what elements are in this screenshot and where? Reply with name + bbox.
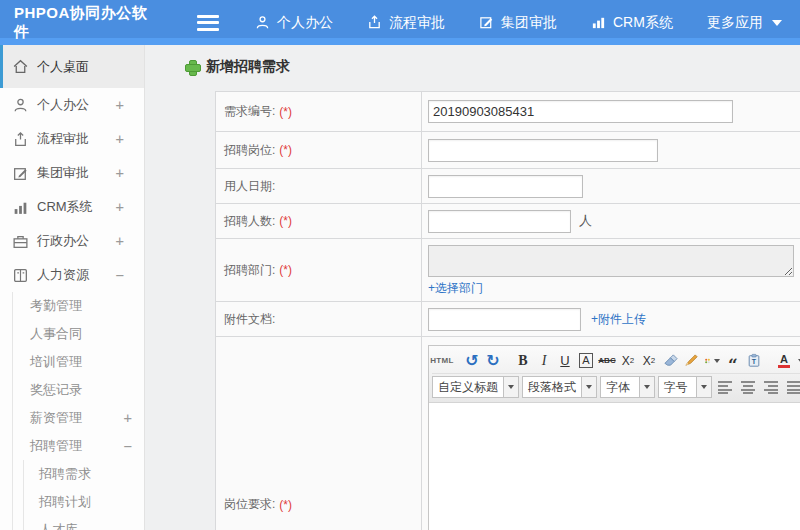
home-icon xyxy=(12,58,29,75)
sidebar: 个人桌面 个人办公 + 流程审批 + 集团审批 + CRM系统 + 行政办公 + xyxy=(0,45,145,530)
font-color-button[interactable]: A xyxy=(774,350,794,371)
user-icon xyxy=(12,97,29,114)
paste-text-icon[interactable]: T xyxy=(744,350,764,371)
briefcase-icon xyxy=(12,233,29,250)
sidebar-item-rewards[interactable]: 奖惩记录 xyxy=(13,376,144,404)
user-icon xyxy=(255,15,270,30)
expand-toggle[interactable]: + xyxy=(116,233,134,249)
select-department-link[interactable]: +选择部门 xyxy=(428,280,800,297)
demand-number-input[interactable] xyxy=(428,100,733,123)
redo-button[interactable]: ↻ xyxy=(483,350,503,371)
svg-text:T: T xyxy=(752,358,757,365)
app-title: PHPOA协同办公软件 xyxy=(0,4,175,42)
sidebar-item-hr-contract[interactable]: 人事合同 xyxy=(13,320,144,348)
nav-more-apps[interactable]: 更多应用 xyxy=(707,14,782,32)
format-brush-icon[interactable] xyxy=(681,350,701,371)
sidebar-item-group-approval[interactable]: 集团审批 + xyxy=(0,156,144,190)
sidebar-item-training[interactable]: 培训管理 xyxy=(13,348,144,376)
collapse-toggle[interactable]: − xyxy=(116,267,134,283)
superscript-button[interactable]: X2 xyxy=(618,350,638,371)
headcount-input[interactable] xyxy=(428,210,571,233)
hr-submenu: 考勤管理 人事合同 培训管理 奖惩记录 薪资管理+ 招聘管理− 招聘需求 招聘计… xyxy=(12,292,144,530)
nav-group-approval[interactable]: 集团审批 xyxy=(479,14,557,32)
blockquote-button[interactable]: “ xyxy=(723,350,743,371)
custom-title-dropdown[interactable]: 自定义标题 xyxy=(432,376,519,398)
edit-icon xyxy=(479,15,494,30)
form-row-position: 招聘岗位:(*) xyxy=(216,132,800,169)
top-header: PHPOA协同办公软件 个人办公 流程审批 集团审批 CRM系统 更多应用 xyxy=(0,0,800,45)
hr-icon xyxy=(12,267,29,284)
nav-process-approval[interactable]: 流程审批 xyxy=(367,14,445,32)
align-left-icon[interactable] xyxy=(715,377,735,398)
page-title: 新增招聘需求 xyxy=(185,58,800,76)
align-justify-icon[interactable] xyxy=(784,377,800,398)
form-row-department: 招聘部门:(*) +选择部门 xyxy=(216,239,800,302)
expand-toggle[interactable]: + xyxy=(124,410,144,426)
sidebar-item-personal-desktop[interactable]: 个人桌面 xyxy=(0,45,144,88)
italic-button[interactable]: I xyxy=(534,350,554,371)
font-family-dropdown[interactable]: 字体 xyxy=(600,376,655,398)
main-content: 新增招聘需求 需求编号:(*) 招聘岗位:(*) 用人日期: 招聘人数:(*) … xyxy=(145,45,800,530)
richtext-editor: HTML ↺ ↻ B I U A ABC X2 xyxy=(428,345,800,530)
form-row-attachment: 附件文档: +附件上传 xyxy=(216,302,800,337)
form-row-requirements: 岗位要求:(*) HTML ↺ ↻ B I xyxy=(216,337,800,530)
attachment-upload-link[interactable]: +附件上传 xyxy=(591,311,646,328)
top-navigation: 个人办公 流程审批 集团审批 CRM系统 更多应用 xyxy=(255,14,782,32)
hire-date-input[interactable] xyxy=(428,175,583,198)
sidebar-item-recruit-demand[interactable]: 招聘需求 xyxy=(24,460,144,488)
bold-button[interactable]: B xyxy=(513,350,533,371)
add-icon xyxy=(185,60,199,74)
align-center-icon[interactable] xyxy=(738,377,758,398)
align-right-icon[interactable] xyxy=(761,377,781,398)
position-input[interactable] xyxy=(428,139,658,162)
highlight-icon[interactable] xyxy=(702,350,722,371)
chart-icon xyxy=(12,199,29,216)
attachment-input[interactable] xyxy=(428,308,581,331)
expand-toggle[interactable]: + xyxy=(116,97,134,113)
paragraph-format-dropdown[interactable]: 段落格式 xyxy=(522,376,597,398)
sidebar-item-salary[interactable]: 薪资管理+ xyxy=(13,404,144,432)
headcount-unit: 人 xyxy=(579,212,592,230)
sidebar-item-personal-office[interactable]: 个人办公 + xyxy=(0,88,144,122)
editor-content-area[interactable] xyxy=(429,403,800,530)
chart-icon xyxy=(591,15,606,30)
html-source-button[interactable]: HTML xyxy=(432,350,452,371)
process-icon xyxy=(12,131,29,148)
sidebar-item-talent-pool[interactable]: 人才库 xyxy=(24,516,144,530)
edit-icon xyxy=(12,165,29,182)
sidebar-item-attendance[interactable]: 考勤管理 xyxy=(13,292,144,320)
border-text-button[interactable]: A xyxy=(576,350,596,371)
sidebar-item-human-resources[interactable]: 人力资源 − xyxy=(0,258,144,292)
department-textarea[interactable] xyxy=(428,245,794,277)
caret-down-icon xyxy=(772,20,782,26)
form-row-headcount: 招聘人数:(*) 人 xyxy=(216,204,800,239)
nav-personal-office[interactable]: 个人办公 xyxy=(255,14,333,32)
editor-toolbar: HTML ↺ ↻ B I U A ABC X2 xyxy=(429,346,800,403)
strikethrough-button[interactable]: ABC xyxy=(597,350,617,371)
sidebar-item-process-approval[interactable]: 流程审批 + xyxy=(0,122,144,156)
sidebar-item-crm-system[interactable]: CRM系统 + xyxy=(0,190,144,224)
underline-button[interactable]: U xyxy=(555,350,575,371)
recruitment-form: 需求编号:(*) 招聘岗位:(*) 用人日期: 招聘人数:(*) 人 招聘部门:… xyxy=(215,91,800,530)
collapse-toggle[interactable]: − xyxy=(124,438,144,454)
undo-button[interactable]: ↺ xyxy=(462,350,482,371)
font-size-dropdown[interactable]: 字号 xyxy=(658,376,713,398)
expand-toggle[interactable]: + xyxy=(116,199,134,215)
eraser-icon[interactable] xyxy=(660,350,680,371)
form-row-demand-number: 需求编号:(*) xyxy=(216,92,800,132)
sidebar-item-admin-office[interactable]: 行政办公 + xyxy=(0,224,144,258)
form-row-hire-date: 用人日期: xyxy=(216,169,800,204)
expand-toggle[interactable]: + xyxy=(116,131,134,147)
process-icon xyxy=(367,15,382,30)
sidebar-item-recruit-mgmt[interactable]: 招聘管理− xyxy=(13,432,144,460)
expand-toggle[interactable]: + xyxy=(116,165,134,181)
nav-crm-system[interactable]: CRM系统 xyxy=(591,14,673,32)
subscript-button[interactable]: X2 xyxy=(639,350,659,371)
sidebar-item-recruit-plan[interactable]: 招聘计划 xyxy=(24,488,144,516)
hamburger-menu-icon[interactable] xyxy=(197,15,219,31)
recruit-submenu: 招聘需求 招聘计划 人才库 xyxy=(23,460,144,530)
